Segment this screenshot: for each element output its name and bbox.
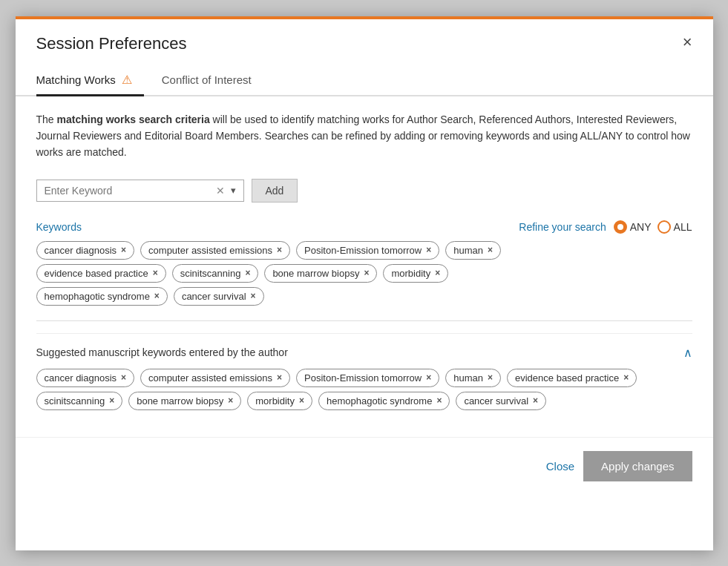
tag-close-icon[interactable]: × [488, 372, 493, 383]
tag-label: evidence based practice [515, 372, 619, 384]
tag-close-icon[interactable]: × [245, 268, 250, 278]
sugg-tag-scinitscanning: scinitscanning × [36, 392, 123, 410]
keywords-header: Keywords Refine your search ANY ALL [36, 220, 692, 234]
keywords-tags-row-1: cancer diagnosis × computer assisted emi… [36, 241, 692, 260]
apply-changes-button[interactable]: Apply changes [583, 451, 692, 481]
input-dropdown-icon[interactable]: ▾ [231, 185, 236, 196]
tag-close-icon[interactable]: × [488, 245, 493, 255]
suggested-tags-row-2: scinitscanning × bone marrow biopsy × mo… [36, 392, 692, 410]
tag-label: cancer survival [464, 395, 528, 407]
tag-close-icon[interactable]: × [435, 268, 440, 278]
add-keyword-button[interactable]: Add [252, 179, 298, 203]
tag-close-icon[interactable]: × [121, 372, 126, 383]
keywords-label: Keywords [36, 221, 82, 233]
tag-close-icon[interactable]: × [277, 245, 282, 255]
tag-scinitscanning: scinitscanning × [172, 264, 259, 283]
keyword-input[interactable] [45, 185, 216, 197]
tag-close-icon[interactable]: × [436, 395, 442, 406]
tag-cancer-survival: cancer survival × [174, 287, 264, 306]
suggested-header: Suggested manuscript keywords entered by… [36, 346, 692, 360]
tag-close-icon[interactable]: × [533, 395, 538, 406]
tag-close-icon[interactable]: × [299, 395, 304, 406]
radio-any[interactable]: ANY [614, 220, 652, 234]
tag-close-icon[interactable]: × [251, 291, 256, 301]
tab-bar: Matching Works ⚠ Conflict of Interest [16, 65, 713, 96]
radio-all-circle[interactable] [658, 220, 671, 234]
tag-label: morbidity [255, 395, 295, 407]
radio-all-label: ALL [674, 221, 692, 233]
tab-conflict-label: Conflict of Interest [162, 73, 252, 86]
radio-all[interactable]: ALL [658, 220, 692, 234]
tag-label: computer assisted emissions [148, 372, 272, 384]
tag-label: cancer diagnosis [45, 245, 117, 256]
tag-cancer-diagnosis: cancer diagnosis × [36, 241, 135, 260]
sugg-tag-cancer-survival: cancer survival × [456, 392, 546, 410]
collapse-icon[interactable]: ∧ [683, 346, 692, 360]
suggested-label: Suggested manuscript keywords entered by… [36, 346, 288, 358]
modal-overlay: Session Preferences × Matching Works ⚠ C… [0, 0, 728, 566]
sugg-tag-cancer-diagnosis: cancer diagnosis × [36, 369, 135, 387]
radio-any-circle[interactable] [614, 220, 627, 234]
description-text: The matching works search criteria will … [36, 111, 692, 161]
footer-close-button[interactable]: Close [546, 460, 574, 473]
tag-label: cancer diagnosis [45, 372, 117, 384]
tab-matching-works-label: Matching Works [36, 73, 116, 86]
radio-any-label: ANY [630, 221, 652, 233]
tag-label: scinitscanning [45, 395, 105, 407]
tag-label: Positon-Emission tomorrow [304, 372, 422, 384]
tag-close-icon[interactable]: × [277, 372, 282, 383]
radio-group: ANY ALL [614, 220, 692, 234]
sugg-tag-human: human × [445, 369, 501, 387]
tag-computer-assisted: computer assisted emissions × [140, 241, 290, 260]
tag-close-icon[interactable]: × [228, 395, 233, 406]
tag-positon-emission: Positon-Emission tomorrow × [296, 241, 439, 260]
keywords-section: Keywords Refine your search ANY ALL [36, 220, 692, 306]
modal-footer: Close Apply changes [16, 437, 713, 495]
tag-morbidity: morbidity × [383, 264, 448, 283]
input-clear-icon[interactable]: ✕ [216, 185, 225, 197]
keywords-tags-row-2: evidence based practice × scinitscanning… [36, 264, 692, 283]
keywords-tags-row-3: hemophagotic syndrome × cancer survival … [36, 287, 692, 306]
input-actions: ✕ ▾ [216, 185, 236, 197]
description-bold: matching works search criteria [57, 113, 210, 125]
tag-label: hemophagotic syndrome [45, 291, 150, 302]
refine-label: Refine your search [519, 221, 606, 233]
modal-header: Session Preferences × [16, 19, 713, 53]
tag-close-icon[interactable]: × [153, 268, 158, 278]
close-button[interactable]: × [683, 34, 692, 50]
keyword-input-wrapper[interactable]: ✕ ▾ [36, 180, 244, 202]
tag-bone-marrow: bone marrow biopsy × [264, 264, 377, 283]
tag-label: computer assisted emissions [148, 245, 272, 256]
tag-label: human [453, 372, 483, 384]
sugg-tag-computer-assisted: computer assisted emissions × [140, 369, 290, 387]
suggested-tags-row-1: cancer diagnosis × computer assisted emi… [36, 369, 692, 387]
tag-close-icon[interactable]: × [364, 268, 369, 278]
tab-matching-works[interactable]: Matching Works ⚠ [36, 65, 144, 96]
tag-label: cancer survival [182, 291, 246, 302]
sugg-tag-hemophagotic: hemophagotic syndrome × [318, 392, 450, 410]
sugg-tag-positon-emission: Positon-Emission tomorrow × [296, 369, 439, 387]
tag-close-icon[interactable]: × [426, 372, 431, 383]
divider [36, 320, 692, 321]
tag-close-icon[interactable]: × [623, 372, 629, 383]
tag-label: scinitscanning [180, 268, 241, 279]
tab-conflict-of-interest[interactable]: Conflict of Interest [162, 65, 263, 96]
refine-search: Refine your search ANY ALL [519, 220, 692, 234]
tag-label: bone marrow biopsy [272, 268, 359, 279]
tag-label: hemophagotic syndrome [327, 395, 432, 407]
tag-label: Positon-Emission tomorrow [304, 245, 422, 256]
tag-close-icon[interactable]: × [426, 245, 431, 255]
tag-close-icon[interactable]: × [109, 395, 114, 406]
modal-body: The matching works search criteria will … [16, 96, 713, 430]
sugg-tag-morbidity: morbidity × [247, 392, 312, 410]
modal-dialog: Session Preferences × Matching Works ⚠ C… [16, 16, 713, 550]
sugg-tag-bone-marrow: bone marrow biopsy × [128, 392, 241, 410]
tag-human: human × [445, 241, 501, 260]
sugg-tag-evidence-based: evidence based practice × [507, 369, 637, 387]
tag-hemophagotic: hemophagotic syndrome × [36, 287, 168, 306]
tag-label: bone marrow biopsy [137, 395, 223, 407]
tag-close-icon[interactable]: × [154, 291, 160, 301]
tag-label: morbidity [391, 268, 430, 279]
tag-close-icon[interactable]: × [121, 245, 126, 255]
suggested-section: Suggested manuscript keywords entered by… [36, 333, 692, 410]
